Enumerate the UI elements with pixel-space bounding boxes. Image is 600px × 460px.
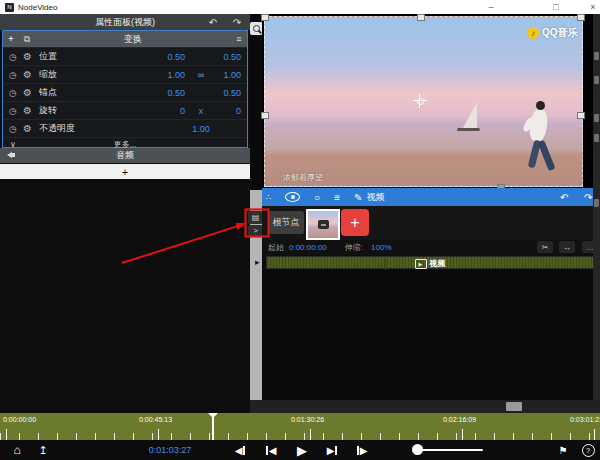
scrollbar-thumb[interactable] — [506, 402, 522, 411]
anchor-point-crosshair[interactable] — [413, 94, 427, 108]
copy-icon[interactable]: ⧉ — [19, 34, 35, 45]
panel-toggle-button[interactable]: ▤ — [248, 211, 263, 224]
docked-panel-tab[interactable] — [594, 199, 599, 207]
step-forward-button[interactable]: ▶ — [352, 440, 372, 460]
undo-icon[interactable]: ↶ — [204, 14, 222, 30]
app-window: N NodeVideo – □ × 属性面板(视频) ↶ ↷ + ⧉ 变换 ≡ — [0, 0, 600, 460]
maximize-button[interactable]: □ — [545, 0, 567, 14]
clip-thumbnail[interactable] — [306, 209, 340, 240]
link-icon[interactable]: ∞ — [185, 70, 217, 80]
gear-icon[interactable]: ⚙ — [23, 105, 39, 116]
play-button[interactable]: ▶ — [292, 440, 312, 460]
docked-panel-tab[interactable] — [594, 76, 599, 84]
redo-icon[interactable]: ↷ — [228, 14, 246, 30]
gear-icon[interactable]: ⚙ — [23, 51, 39, 62]
stopwatch-icon[interactable]: ◷ — [9, 88, 23, 98]
title-bar: N NodeVideo – □ × — [0, 0, 600, 14]
clip-info-row: 起始 0:00:00:00 伸缩: 100% ✂ ↔ … — [262, 240, 600, 255]
timeline-ruler[interactable]: 0:00:00:00 0:00:45:13 0:01:30:26 0:02:16… — [0, 413, 600, 440]
selection-handle-top-right[interactable] — [577, 14, 585, 21]
docked-panel-tab[interactable] — [594, 114, 599, 122]
current-time: 0:01:03:27 — [140, 440, 200, 460]
stopwatch-icon[interactable]: ◷ — [9, 52, 23, 62]
export-icon[interactable]: ↥ — [34, 440, 52, 460]
add-property-button[interactable]: + — [0, 164, 250, 179]
selection-handle-left[interactable] — [261, 112, 269, 119]
split-button[interactable]: ↔ — [559, 241, 575, 253]
search-icon — [253, 25, 260, 32]
step-back-button[interactable]: ◀ — [230, 440, 250, 460]
stretch-value[interactable]: 100% — [371, 243, 391, 252]
root-node-button[interactable]: 根节点 — [268, 211, 304, 234]
help-button[interactable]: ? — [580, 440, 596, 460]
panel-toggle-icon: ▤ — [252, 213, 260, 222]
step-forward-icon: ▶ — [360, 445, 368, 456]
jump-to-end-button[interactable]: ▶ — [322, 440, 342, 460]
trim-left-icon[interactable]: ▸ — [255, 257, 260, 268]
property-value-x[interactable]: 0 — [119, 106, 185, 116]
undo-icon[interactable]: ↶ — [560, 192, 568, 203]
property-value-y[interactable]: 0 — [217, 106, 241, 116]
horizontal-scrollbar[interactable] — [250, 400, 600, 413]
start-value[interactable]: 0:00:00:00 — [289, 243, 327, 252]
docked-panel-tab[interactable] — [594, 52, 599, 60]
property-value[interactable]: 1.00 — [185, 124, 217, 134]
playback-control-bar: ⌂ ↥ 0:01:03:27 ◀ ◀ ▶ ▶ ▶ ⚑ ? — [0, 440, 600, 460]
timeline-empty-area — [262, 270, 600, 400]
jump-to-start-button[interactable]: ◀ — [261, 440, 281, 460]
sailboat-hull — [457, 128, 480, 131]
redo-icon[interactable]: ↷ — [584, 192, 592, 203]
clip-track-row: ▸ ▶ 视频 ◂ — [262, 255, 600, 270]
property-value-x[interactable]: 0.50 — [119, 52, 185, 62]
playhead[interactable] — [212, 415, 214, 440]
transform-title: 变换 — [35, 33, 231, 46]
property-value-y[interactable]: 0.50 — [217, 52, 241, 62]
add-node-button[interactable]: + — [341, 209, 369, 236]
property-value-x[interactable]: 1.00 — [119, 70, 185, 80]
slider-track[interactable] — [417, 449, 483, 451]
audio-section-header[interactable]: 音频 — [0, 148, 250, 163]
solo-circle-icon[interactable]: ○ — [314, 192, 320, 203]
property-value-y[interactable]: 0.50 — [217, 88, 241, 98]
home-icon[interactable]: ⌂ — [8, 440, 26, 460]
node-tree-icon[interactable]: ∴ — [266, 193, 271, 202]
close-button[interactable]: × — [582, 0, 600, 14]
expand-panel-button[interactable]: > — [248, 225, 263, 236]
hamburger-menu-icon[interactable]: ≡ — [334, 192, 340, 203]
menu-icon[interactable]: ≡ — [231, 34, 247, 44]
property-value-y[interactable]: 1.00 — [217, 70, 241, 80]
major-tick — [310, 429, 311, 440]
marker-flag-icon[interactable]: ⚑ — [555, 440, 571, 460]
start-label: 起始 — [268, 242, 284, 253]
panel-gap — [250, 14, 262, 190]
stopwatch-icon[interactable]: ◷ — [9, 124, 23, 134]
selection-handle-top-left[interactable] — [261, 14, 269, 21]
slider-knob[interactable] — [412, 444, 423, 455]
property-label: 锚点 — [39, 86, 119, 99]
sailboat — [463, 102, 477, 128]
docked-panel-strip — [593, 14, 600, 400]
clip-track-bar[interactable]: ▶ 视频 — [266, 256, 594, 269]
pencil-icon[interactable]: ✎ — [354, 192, 362, 203]
major-tick — [6, 429, 7, 440]
node-list-row: 根节点 + — [262, 206, 600, 240]
property-row-scale: ◷ ⚙ 缩放 1.00 ∞ 1.00 — [3, 65, 247, 83]
docked-panel-tab[interactable] — [594, 134, 599, 142]
clip-name: 视频 — [430, 258, 446, 269]
gear-icon[interactable]: ⚙ — [23, 87, 39, 98]
selection-handle-top-center[interactable] — [417, 14, 425, 21]
property-value-x[interactable]: 0.50 — [119, 88, 185, 98]
minimize-button[interactable]: – — [480, 0, 502, 14]
gear-icon[interactable]: ⚙ — [23, 123, 39, 134]
eye-icon[interactable] — [285, 192, 300, 202]
cut-button[interactable]: ✂ — [537, 241, 553, 253]
selection-handle-right[interactable] — [577, 112, 585, 119]
properties-panel-title: 属性面板(视频) — [95, 16, 155, 29]
stopwatch-icon[interactable]: ◷ — [9, 106, 23, 116]
transform-section-header[interactable]: + ⧉ 变换 ≡ — [3, 31, 247, 47]
gear-icon[interactable]: ⚙ — [23, 69, 39, 80]
stopwatch-icon[interactable]: ◷ — [9, 70, 23, 80]
tick-label: 0:00:45:13 — [139, 416, 172, 423]
tick-label: 0:01:30:26 — [291, 416, 324, 423]
to-start-icon: ◀ — [269, 445, 277, 456]
